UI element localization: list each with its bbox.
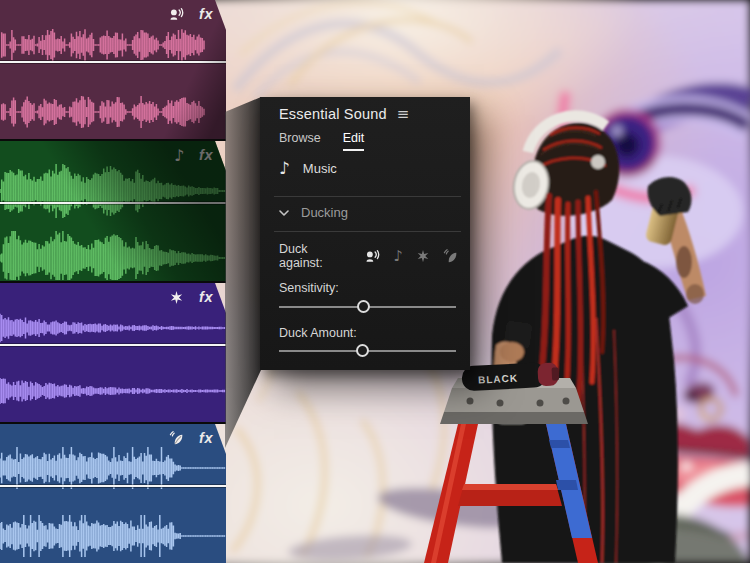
slider-thumb[interactable] [356,344,369,357]
sensitivity-slider[interactable] [279,300,456,313]
essential-sound-panel: Essential Sound ≡ Browse Edit ♪ Music Du… [260,97,470,370]
fx-badge[interactable]: fx [199,147,213,163]
duck-amount-label: Duck Amount: [279,326,458,340]
music-note-icon: ♪ [174,148,184,163]
dialogue-icon [169,7,184,22]
ambience-icon [169,431,184,446]
sfx-clip[interactable]: fx [0,283,226,422]
sensitivity-label: Sensitivity: [279,281,458,295]
chevron-down-icon [279,210,289,216]
divider [274,231,461,232]
hamburger-menu-icon[interactable]: ≡ [397,107,410,122]
clip-type-label: Music [303,161,337,176]
sfx-star-icon [169,290,184,305]
duck-against-sfx-icon[interactable] [416,249,430,263]
spray-can-label: BLACK [478,372,519,385]
ducking-label: Ducking [301,205,348,220]
fx-badge[interactable]: fx [199,430,213,446]
duck-against-music-icon[interactable]: ♪ [393,249,403,263]
fx-badge[interactable]: fx [199,6,213,22]
divider [274,196,461,197]
track-divider [0,139,226,141]
ducking-section-header[interactable]: Ducking [279,205,458,220]
music-clip[interactable]: ♪ fx [0,141,226,281]
duck-against-ambience-icon[interactable] [443,249,458,264]
slider-thumb[interactable] [357,300,370,313]
panel-title: Essential Sound [279,106,387,122]
duck-amount-slider[interactable] [279,344,456,357]
music-note-icon: ♪ [279,160,290,177]
duck-against-label: Duck against: [279,242,354,270]
duck-against-dialogue-icon[interactable] [365,249,380,264]
track-divider [0,422,226,424]
app-screenshot: BLACK fx [0,0,750,563]
dialogue-clip[interactable]: fx [0,0,226,139]
fx-badge[interactable]: fx [199,289,213,305]
track-divider [0,281,226,283]
duck-against-options: ♪ [365,249,458,264]
tab-edit[interactable]: Edit [343,131,365,151]
timeline-tracks: fx ♪ fx fx [0,0,226,563]
tab-browse[interactable]: Browse [279,131,321,151]
ambience-clip[interactable]: fx [0,424,226,563]
